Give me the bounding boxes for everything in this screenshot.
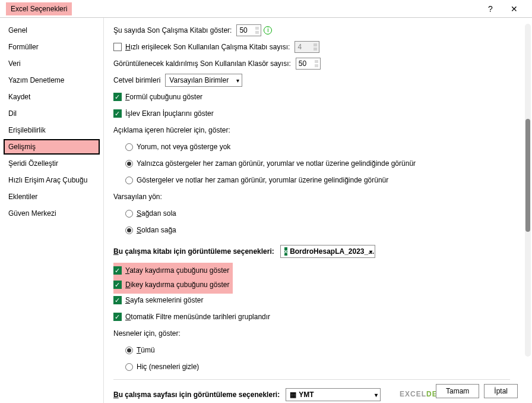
quick-access-checkbox[interactable] xyxy=(113,43,122,51)
recent-workbooks-label: Şu sayıda Son Çalışma Kitabı göster: xyxy=(113,26,232,34)
objects-header: Nesneler için, göster: xyxy=(113,329,180,338)
sidebar-item-proofing[interactable]: Yazım Denetleme xyxy=(4,73,100,88)
comments-opt1-label: Yorum, not veya gösterge yok xyxy=(137,143,230,151)
sidebar-item-language[interactable]: Dil xyxy=(4,106,100,121)
worksheet-select[interactable]: ▦YMT xyxy=(286,388,381,401)
close-button[interactable]: ✕ xyxy=(502,4,526,14)
scrollbar-thumb[interactable] xyxy=(525,119,530,232)
help-button[interactable]: ? xyxy=(479,4,502,14)
show-h-scroll-label: Yatay kaydırma çubuğunu göster xyxy=(125,266,229,275)
highlighted-scroll-options: Yatay kaydırma çubuğunu göster Dikey kay… xyxy=(113,263,233,294)
sidebar-item-trust-center[interactable]: Güven Merkezi xyxy=(4,206,100,221)
ruler-units-label: Cetvel birimleri xyxy=(113,76,160,84)
window-title: Excel Seçenekleri xyxy=(6,2,72,15)
show-h-scroll-checkbox[interactable] xyxy=(113,266,122,275)
show-tabs-checkbox[interactable] xyxy=(113,296,122,304)
comments-opt1-radio[interactable] xyxy=(125,143,133,151)
cancel-button[interactable]: İptal xyxy=(484,384,518,398)
unpinned-folders-label: Görüntülenecek kaldırılmış Son Kullanıla… xyxy=(113,59,291,68)
ruler-units-select[interactable]: Varsayılan Birimler xyxy=(165,74,242,87)
obj-all-radio[interactable] xyxy=(125,347,133,354)
content-panel: Şu sayıda Son Çalışma Kitabı göster: 50 … xyxy=(104,18,532,403)
dir-rtl-label: Sağdan sola xyxy=(137,209,176,218)
group-autofilter-checkbox[interactable] xyxy=(113,313,122,321)
sheet-icon: ▦ xyxy=(290,391,296,399)
sidebar-item-data[interactable]: Veri xyxy=(4,56,100,71)
show-formula-bar-checkbox[interactable] xyxy=(113,93,122,101)
show-v-scroll-label: Dikey kaydırma çubuğunu göster xyxy=(125,281,229,289)
default-direction-header: Varsayılan yön: xyxy=(113,193,162,201)
sidebar-item-customize-ribbon[interactable]: Şeridi Özelleştir xyxy=(4,156,100,171)
workbook-select[interactable]: XBordroHesapLA_2023_... xyxy=(280,245,375,258)
comments-opt3-label: Göstergeler ve notlar her zaman görünür,… xyxy=(137,176,388,184)
show-function-tips-label: İşlev Ekran İpuçlarını göster xyxy=(125,109,214,118)
unpinned-folders-spinner[interactable]: 50 xyxy=(296,58,321,70)
sidebar-item-formulas[interactable]: Formüller xyxy=(4,39,100,55)
recent-workbooks-spinner[interactable]: 50 xyxy=(236,24,261,36)
sidebar-item-addins[interactable]: Eklentiler xyxy=(4,189,100,204)
dir-ltr-label: Soldan sağa xyxy=(137,226,176,234)
show-function-tips-checkbox[interactable] xyxy=(113,109,122,118)
divider xyxy=(113,379,510,380)
dir-rtl-radio[interactable] xyxy=(125,210,133,218)
comments-opt3-radio[interactable] xyxy=(125,177,133,184)
comments-opt2-radio[interactable] xyxy=(125,160,133,168)
sidebar-item-accessibility[interactable]: Erişilebilirlik xyxy=(4,122,100,138)
obj-none-label: Hiç (nesneleri gizle) xyxy=(137,363,199,371)
comments-opt2-label: Yalnızca göstergeler her zaman görünür, … xyxy=(137,159,416,168)
quick-access-spinner: 4 xyxy=(294,41,319,53)
show-formula-bar-label: Formül çubuğunu göster xyxy=(125,93,202,101)
sidebar-item-quick-access[interactable]: Hızlı Erişim Araç Çubuğu xyxy=(4,172,100,188)
obj-none-radio[interactable] xyxy=(125,363,133,371)
excel-icon: X xyxy=(284,247,287,256)
dir-ltr-radio[interactable] xyxy=(125,226,133,234)
sidebar-item-save[interactable]: Kaydet xyxy=(4,89,100,105)
show-v-scroll-checkbox[interactable] xyxy=(113,281,122,289)
ok-button[interactable]: Tamam xyxy=(436,384,479,398)
info-icon[interactable]: i xyxy=(264,26,272,34)
workbook-display-section: Bu çalışma kitabı için görüntüleme seçen… xyxy=(113,245,522,258)
group-autofilter-label: Otomatik Filtre menüsünde tarihleri grup… xyxy=(125,313,270,321)
quick-access-label: Hızlı erişilecek Son Kullanılan Çalışma … xyxy=(125,43,290,51)
vertical-scrollbar[interactable] xyxy=(525,24,531,357)
sidebar-item-general[interactable]: Genel xyxy=(4,23,100,38)
sidebar: Genel Formüller Veri Yazım Denetleme Kay… xyxy=(0,18,104,403)
obj-all-label: Tümü xyxy=(137,346,155,354)
comments-header: Açıklama içeren hücreler için, göster: xyxy=(113,126,230,134)
sidebar-item-advanced[interactable]: Gelişmiş xyxy=(4,139,100,155)
show-tabs-label: Sayfa sekmelerini göster xyxy=(125,296,203,304)
